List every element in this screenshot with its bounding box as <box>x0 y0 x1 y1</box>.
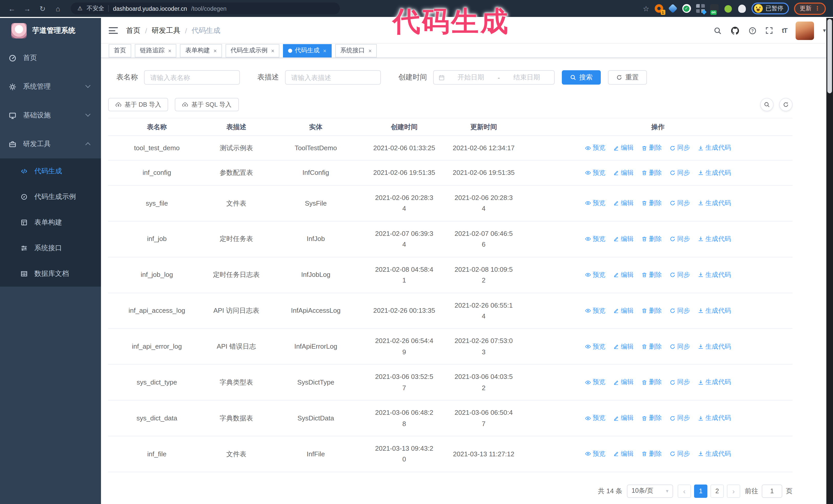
generate-code-button[interactable]: 生成代码 <box>698 198 731 209</box>
table-desc-input[interactable] <box>285 70 381 85</box>
next-page-button[interactable]: › <box>727 484 740 498</box>
sidebar-item-form-builder[interactable]: 表单构建 <box>0 210 101 235</box>
generate-code-button[interactable]: 生成代码 <box>698 377 731 388</box>
chevron-down-icon[interactable]: ▾ <box>823 27 826 34</box>
edit-button[interactable]: 编辑 <box>613 234 634 244</box>
extension-icon-check[interactable]: ✓ <box>682 4 691 13</box>
preview-button[interactable]: 预览 <box>585 234 605 244</box>
generate-code-button[interactable]: 生成代码 <box>698 270 731 280</box>
edit-button[interactable]: 编辑 <box>613 413 634 424</box>
sync-button[interactable]: 同步 <box>669 168 690 178</box>
edit-button[interactable]: 编辑 <box>613 168 634 178</box>
delete-button[interactable]: 删除 <box>641 270 662 280</box>
sidebar-item-home[interactable]: 首页 <box>0 44 101 72</box>
delete-button[interactable]: 删除 <box>641 413 662 424</box>
tab-首页[interactable]: 首页 <box>109 44 131 57</box>
page-size-select[interactable]: 10条/页 ▾ <box>627 484 673 498</box>
preview-button[interactable]: 预览 <box>585 143 605 153</box>
preview-button[interactable]: 预览 <box>585 168 605 178</box>
help-icon[interactable]: ? <box>748 26 757 34</box>
generate-code-button[interactable]: 生成代码 <box>698 168 731 178</box>
tab-代码生成[interactable]: 代码生成× <box>283 44 332 57</box>
tab-表单构建[interactable]: 表单构建× <box>180 44 222 57</box>
preview-button[interactable]: 预览 <box>585 413 605 424</box>
import-db-button[interactable]: 基于 DB 导入 <box>108 98 168 111</box>
table-name-input[interactable] <box>144 70 240 85</box>
extension-icon-gem[interactable] <box>668 4 677 13</box>
home-icon[interactable]: ⌂ <box>51 2 65 15</box>
extension-icon-dark[interactable]: on <box>710 4 718 13</box>
address-bar[interactable]: ⚠ 不安全 dashboard.yudao.iocoder.cn/tool/co… <box>71 3 340 14</box>
tab-代码生成示例[interactable]: 代码生成示例× <box>225 44 280 57</box>
edit-button[interactable]: 编辑 <box>613 341 634 352</box>
sync-button[interactable]: 同步 <box>669 143 690 153</box>
generate-code-button[interactable]: 生成代码 <box>698 413 731 424</box>
edit-button[interactable]: 编辑 <box>613 270 634 280</box>
paused-extension-button[interactable]: 已暂停 <box>751 3 789 14</box>
date-range-input[interactable]: 开始日期 - 结束日期 <box>433 70 555 85</box>
prev-page-button[interactable]: ‹ <box>678 484 691 498</box>
font-size-icon[interactable]: tT <box>782 27 787 34</box>
browser-update-button[interactable]: 更新 ⋮ <box>794 2 826 15</box>
extension-icon-donut[interactable]: 1 <box>654 4 663 13</box>
sync-button[interactable]: 同步 <box>669 234 690 244</box>
sidebar-item-system-management[interactable]: 系统管理 <box>0 72 101 101</box>
github-icon[interactable] <box>731 26 740 35</box>
sync-button[interactable]: 同步 <box>669 341 690 352</box>
refresh-table-button[interactable] <box>779 98 792 111</box>
sidebar-item-db-doc[interactable]: 数据库文档 <box>0 261 101 287</box>
delete-button[interactable]: 删除 <box>641 143 662 153</box>
hamburger-icon[interactable] <box>109 27 118 34</box>
delete-button[interactable]: 删除 <box>641 168 662 178</box>
generate-code-button[interactable]: 生成代码 <box>698 234 731 244</box>
sidebar-item-infrastructure[interactable]: 基础设施 <box>0 101 101 130</box>
preview-button[interactable]: 预览 <box>585 270 605 280</box>
sync-button[interactable]: 同步 <box>669 270 690 280</box>
breadcrumb-home[interactable]: 首页 <box>126 26 140 35</box>
close-tab-icon[interactable]: × <box>323 47 327 54</box>
goto-page-input[interactable] <box>762 484 782 498</box>
fullscreen-icon[interactable] <box>765 27 773 34</box>
bookmark-star-icon[interactable]: ☆ <box>643 4 649 13</box>
preview-button[interactable]: 预览 <box>585 377 605 388</box>
generate-code-button[interactable]: 生成代码 <box>698 305 731 316</box>
preview-button[interactable]: 预览 <box>585 198 605 209</box>
preview-button[interactable]: 预览 <box>585 449 605 459</box>
edit-button[interactable]: 编辑 <box>613 198 634 209</box>
sync-button[interactable]: 同步 <box>669 377 690 388</box>
breadcrumb-dev-tools[interactable]: 研发工具 <box>152 26 181 35</box>
close-tab-icon[interactable]: × <box>368 47 372 54</box>
sidebar-item-dev-tools[interactable]: 研发工具 <box>0 130 101 159</box>
tab-链路追踪[interactable]: 链路追踪× <box>135 44 176 57</box>
generate-code-button[interactable]: 生成代码 <box>698 143 731 153</box>
sync-button[interactable]: 同步 <box>669 198 690 209</box>
delete-button[interactable]: 删除 <box>641 234 662 244</box>
tab-系统接口[interactable]: 系统接口× <box>335 44 377 57</box>
toggle-search-button[interactable] <box>760 98 774 111</box>
forward-icon[interactable]: → <box>21 2 34 15</box>
delete-button[interactable]: 删除 <box>641 341 662 352</box>
preview-button[interactable]: 预览 <box>585 305 605 316</box>
user-avatar[interactable] <box>796 21 814 40</box>
extension-icon-ghost[interactable] <box>737 4 746 13</box>
extension-icon-grid[interactable] <box>696 4 705 13</box>
close-tab-icon[interactable]: × <box>168 47 171 54</box>
page-button-2[interactable]: 2 <box>711 484 724 498</box>
reload-icon[interactable]: ↻ <box>36 2 49 15</box>
generate-code-button[interactable]: 生成代码 <box>698 341 731 352</box>
search-button[interactable]: 搜索 <box>562 70 601 85</box>
search-icon[interactable] <box>714 26 722 34</box>
sidebar-item-codegen[interactable]: 代码生成 <box>0 159 101 184</box>
close-tab-icon[interactable]: × <box>214 47 217 54</box>
generate-code-button[interactable]: 生成代码 <box>698 449 731 459</box>
close-tab-icon[interactable]: × <box>271 47 275 54</box>
reset-button[interactable]: 重置 <box>608 70 647 85</box>
import-sql-button[interactable]: 基于 SQL 导入 <box>175 98 239 111</box>
delete-button[interactable]: 删除 <box>641 198 662 209</box>
scrollbar-thumb[interactable] <box>827 19 832 93</box>
sidebar-item-codegen-example[interactable]: 代码生成示例 <box>0 184 101 210</box>
sidebar-item-system-api[interactable]: 系统接口 <box>0 235 101 261</box>
edit-button[interactable]: 编辑 <box>613 449 634 459</box>
delete-button[interactable]: 删除 <box>641 449 662 459</box>
back-icon[interactable]: ← <box>5 2 19 15</box>
